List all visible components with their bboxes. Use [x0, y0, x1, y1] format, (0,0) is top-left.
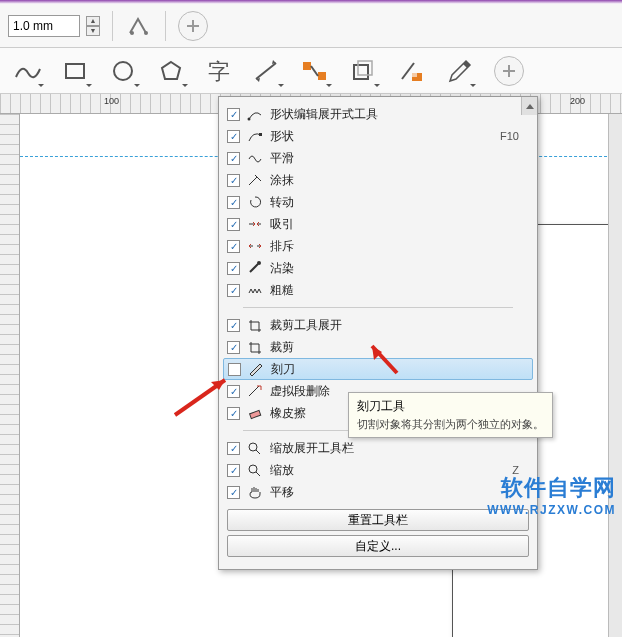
menu-label: 沾染 [270, 260, 529, 277]
checkbox-icon[interactable]: ✓ [227, 196, 240, 209]
svg-rect-13 [259, 133, 262, 136]
svg-marker-4 [162, 62, 180, 79]
checkbox-icon[interactable]: ✓ [227, 218, 240, 231]
svg-point-16 [249, 443, 257, 451]
checkbox-icon[interactable]: ✓ [227, 486, 240, 499]
transparency-tool-icon[interactable] [392, 53, 430, 89]
checkbox-icon[interactable]: ✓ [227, 407, 240, 420]
text-tool-icon[interactable]: 字 [200, 53, 238, 89]
menu-item-attract[interactable]: ✓ 吸引 [223, 213, 533, 235]
dimension-tool-icon[interactable] [248, 53, 286, 89]
menu-shortcut: F10 [500, 130, 529, 142]
checkbox-icon[interactable]: ✓ [227, 262, 240, 275]
tooltip: 刻刀工具 切割对象将其分割为两个独立的对象。 [348, 392, 553, 438]
checkbox-icon[interactable]: ✓ [227, 319, 240, 332]
shape-edit-icon [246, 106, 264, 122]
menu-item-crop[interactable]: ✓ 裁剪 [223, 336, 533, 358]
ruler-tick-200: 200 [570, 96, 585, 106]
checkbox-icon[interactable]: ✓ [227, 130, 240, 143]
checkbox-icon[interactable]: ✓ [227, 385, 240, 398]
crop-flyout-icon [246, 317, 264, 333]
rectangle-tool-icon[interactable] [56, 53, 94, 89]
menu-item-smear[interactable]: ✓ 沾染 [223, 257, 533, 279]
menu-item-smooth[interactable]: ✓ 平滑 [223, 147, 533, 169]
crop-icon [246, 339, 264, 355]
eyedropper-tool-icon[interactable] [440, 53, 478, 89]
menu-label: 形状 [270, 128, 494, 145]
svg-rect-8 [354, 65, 368, 79]
polygon-tool-icon[interactable] [152, 53, 190, 89]
popup-scroll-up[interactable] [521, 97, 537, 115]
effects-tool-icon[interactable] [344, 53, 382, 89]
menu-item-zoom-flyout[interactable]: ✓ 缩放展开工具栏 [223, 437, 533, 459]
eraser-icon [246, 405, 264, 421]
segment-delete-icon [246, 383, 264, 399]
svg-point-14 [257, 261, 261, 265]
svg-rect-11 [412, 73, 417, 77]
knife-icon [247, 361, 265, 377]
watermark-title: 软件自学网 [487, 473, 616, 503]
svg-point-3 [114, 62, 132, 80]
checkbox-icon[interactable]: ✓ [227, 442, 240, 455]
add-button[interactable] [178, 11, 208, 41]
ellipse-tool-icon[interactable] [104, 53, 142, 89]
add-tool-button[interactable] [494, 56, 524, 86]
menu-item-roughen[interactable]: ✓ 粗糙 [223, 279, 533, 301]
menu-label: 缩放展开工具栏 [270, 440, 529, 457]
property-bar: ▲ ▼ [0, 4, 622, 48]
zoom-flyout-icon [246, 440, 264, 456]
menu-label: 裁剪 [270, 339, 529, 356]
stroke-width-spinner[interactable]: ▲ ▼ [86, 16, 100, 36]
menu-label: 吸引 [270, 216, 529, 233]
smear-icon [246, 260, 264, 276]
customize-button[interactable]: 自定义... [227, 535, 529, 557]
tooltip-title: 刻刀工具 [357, 398, 544, 415]
menu-item-shape[interactable]: ✓ 形状 F10 [223, 125, 533, 147]
menu-label: 刻刀 [271, 361, 528, 378]
spinner-down[interactable]: ▼ [86, 26, 100, 36]
menu-item-knife[interactable]: ✓ 刻刀 [223, 358, 533, 380]
menu-separator [243, 307, 513, 308]
menu-item-shape-edit-flyout[interactable]: ✓ 形状编辑展开式工具 [223, 103, 533, 125]
watermark: 软件自学网 WWW.RJZXW.COM [487, 473, 616, 517]
freehand-tool-icon[interactable] [8, 53, 46, 89]
twirl-icon [246, 194, 264, 210]
checkbox-icon[interactable]: ✓ [227, 152, 240, 165]
spinner-up[interactable]: ▲ [86, 16, 100, 26]
menu-label: 粗糙 [270, 282, 529, 299]
svg-rect-2 [66, 64, 84, 78]
scrollbar-vertical[interactable] [608, 114, 622, 637]
menu-item-crop-flyout[interactable]: ✓ 裁剪工具展开 [223, 314, 533, 336]
checkbox-icon[interactable]: ✓ [228, 363, 241, 376]
checkbox-icon[interactable]: ✓ [227, 108, 240, 121]
svg-point-0 [130, 31, 134, 35]
svg-point-17 [249, 465, 257, 473]
smudge-icon [246, 172, 264, 188]
menu-item-twirl[interactable]: ✓ 转动 [223, 191, 533, 213]
connector-tool-icon[interactable] [296, 53, 334, 89]
svg-rect-15 [250, 410, 261, 418]
svg-point-12 [248, 118, 251, 121]
menu-label: 涂抹 [270, 172, 529, 189]
ruler-vertical [0, 114, 20, 637]
smooth-icon [246, 150, 264, 166]
menu-label: 形状编辑展开式工具 [270, 106, 529, 123]
checkbox-icon[interactable]: ✓ [227, 284, 240, 297]
svg-text:字: 字 [208, 59, 230, 84]
menu-label: 转动 [270, 194, 529, 211]
snap-icon[interactable] [125, 12, 153, 40]
stroke-width-input[interactable] [8, 15, 80, 37]
roughen-icon [246, 282, 264, 298]
checkbox-icon[interactable]: ✓ [227, 174, 240, 187]
checkbox-icon[interactable]: ✓ [227, 341, 240, 354]
checkbox-icon[interactable]: ✓ [227, 240, 240, 253]
tooltip-description: 切割对象将其分割为两个独立的对象。 [357, 417, 544, 432]
checkbox-icon[interactable]: ✓ [227, 464, 240, 477]
reset-toolbar-button[interactable]: 重置工具栏 [227, 509, 529, 531]
menu-item-smudge[interactable]: ✓ 涂抹 [223, 169, 533, 191]
menu-label: 缩放 [270, 462, 506, 479]
attract-icon [246, 216, 264, 232]
pan-icon [246, 484, 264, 500]
menu-item-repel[interactable]: ✓ 排斥 [223, 235, 533, 257]
svg-rect-7 [318, 72, 326, 80]
